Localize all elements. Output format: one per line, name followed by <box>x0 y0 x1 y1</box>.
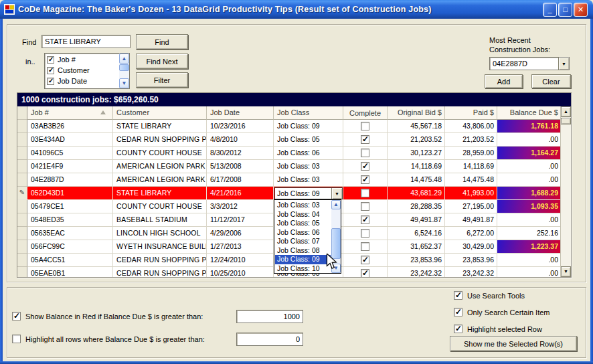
show-selected-rows-button[interactable]: Show me the Selected Row(s) <box>450 336 577 351</box>
tool-checkbox[interactable] <box>454 308 462 316</box>
row-selector[interactable] <box>17 254 27 267</box>
cell-customer: CEDAR RUN SHOPPING PLAZA <box>113 267 207 278</box>
dropdown-item[interactable]: Job Class: 07 <box>275 237 331 246</box>
complete-checkbox[interactable] <box>361 256 369 264</box>
find-input[interactable] <box>41 35 131 48</box>
column-header-customer[interactable]: Customer <box>113 106 207 120</box>
titlebar[interactable]: CoDe Magazine: The Baker's Dozen - 13 Da… <box>0 0 593 19</box>
cell-paid: 49,491.87 <box>445 213 497 227</box>
dropdown-item[interactable]: Job Class: 04 <box>275 210 331 219</box>
show-balance-red-checkbox[interactable] <box>12 312 21 321</box>
maximize-button[interactable]: □ <box>558 3 572 17</box>
row-selector[interactable] <box>17 173 27 187</box>
cell-job-number: 05EAE0B1 <box>27 267 113 278</box>
row-selector[interactable] <box>17 200 27 213</box>
close-button[interactable]: ✕ <box>574 3 588 17</box>
scrollbar-thumb[interactable] <box>119 64 129 71</box>
cell-customer: STATE LIBRARY <box>113 120 207 133</box>
column-header-original-bid[interactable]: Original Bid $ <box>388 106 445 120</box>
tool-option[interactable]: Use Search Tools <box>454 287 550 304</box>
chevron-down-icon[interactable]: ▼ <box>331 188 342 199</box>
scroll-up-icon[interactable]: ▲ <box>561 106 571 117</box>
grid-vertical-scrollbar[interactable]: ▲ ▼ <box>560 106 571 277</box>
search-field-option[interactable]: Job # <box>46 54 118 65</box>
dropdown-item[interactable]: Job Class: 06 <box>275 228 331 238</box>
row-selector[interactable] <box>17 240 27 254</box>
recent-jobs-combo[interactable]: 04E2887D ▼ <box>489 57 570 70</box>
cell-job-number: 0548ED35 <box>27 213 113 227</box>
scroll-down-icon[interactable]: ▼ <box>119 78 129 88</box>
column-header-job-class[interactable]: Job Class <box>274 106 343 120</box>
field-checkbox[interactable] <box>47 56 54 64</box>
row-selector[interactable] <box>17 267 27 278</box>
complete-checkbox[interactable] <box>361 202 369 211</box>
window-border-left <box>0 19 3 364</box>
scrollbar-thumb[interactable] <box>561 118 571 124</box>
job-class-editor-combo[interactable]: Job Class: 09 ▼ <box>274 187 343 199</box>
tool-option[interactable]: Highlight selected Row <box>454 321 550 337</box>
complete-checkbox[interactable] <box>361 242 369 251</box>
complete-checkbox[interactable] <box>361 269 369 278</box>
dropdown-item[interactable]: Job Class: 08 <box>275 246 331 256</box>
complete-checkbox[interactable] <box>361 149 369 157</box>
search-list-scrollbar[interactable]: ▲ ▼ <box>119 54 129 88</box>
complete-checkbox[interactable] <box>361 162 369 171</box>
field-checkbox[interactable] <box>47 78 54 85</box>
tool-checkbox[interactable] <box>454 291 462 300</box>
chevron-down-icon[interactable]: ▼ <box>558 58 569 70</box>
complete-checkbox[interactable] <box>361 135 369 144</box>
cell-paid: 28,959.00 <box>445 147 497 160</box>
tool-checkbox[interactable] <box>454 325 462 333</box>
scroll-down-icon[interactable]: ▼ <box>561 266 571 277</box>
tool-option[interactable]: Only Search Certain Item <box>454 304 550 321</box>
scroll-up-icon[interactable]: ▲ <box>119 54 129 64</box>
row-selector[interactable]: ✎ <box>17 187 27 200</box>
dropdown-item[interactable]: Job Class: 05 <box>275 219 331 228</box>
search-in-list[interactable]: Job #CustomerJob Date ▲ ▼ <box>44 53 130 89</box>
row-selector[interactable] <box>17 147 27 160</box>
dropdown-item[interactable]: Job Class: 10 <box>275 264 331 273</box>
column-header-paid[interactable]: Paid $ <box>445 106 497 120</box>
cell-original-bid: 6,524.16 <box>388 227 445 240</box>
row-selector[interactable] <box>17 213 27 227</box>
row-selector[interactable] <box>17 120 27 133</box>
cell-balance-due: .00 <box>497 133 562 147</box>
cell-complete <box>343 254 388 267</box>
complete-checkbox[interactable] <box>361 189 369 197</box>
dropdown-item[interactable]: Job Class: 09 <box>275 255 331 264</box>
row-selector[interactable] <box>17 227 27 240</box>
complete-checkbox[interactable] <box>361 229 369 238</box>
column-header-job-date[interactable]: Job Date <box>207 106 274 120</box>
complete-checkbox[interactable] <box>361 122 369 130</box>
add-button[interactable]: Add <box>485 74 523 88</box>
table-row[interactable]: 041096C5COUNTY COURT HOUSE8/30/2012Job C… <box>17 147 562 160</box>
table-row[interactable]: 04E2887DAMERICAN LEGION PARK6/17/2008Job… <box>17 173 562 187</box>
cell-balance-due: .00 <box>497 160 562 173</box>
cell-customer: AMERICAN LEGION PARK <box>113 173 207 187</box>
dropdown-item[interactable]: Job Class: 03 <box>275 201 331 210</box>
cell-paid: 43,806.00 <box>445 120 497 133</box>
search-field-option[interactable]: Job Date <box>46 76 118 86</box>
cell-customer: STATE LIBRARY <box>113 187 207 200</box>
table-row[interactable]: 0421E4F9AMERICAN LEGION PARK5/13/2008Job… <box>17 160 562 173</box>
highlight-rows-checkbox[interactable] <box>12 335 21 343</box>
minimize-button[interactable]: _ <box>543 3 557 17</box>
clear-button[interactable]: Clear <box>531 74 571 88</box>
complete-checkbox[interactable] <box>361 175 369 184</box>
scroll-up-icon[interactable]: ▲ <box>331 200 341 209</box>
column-header-job[interactable]: Job # <box>27 106 113 120</box>
red-threshold-input[interactable] <box>236 310 303 323</box>
row-selector[interactable] <box>17 133 27 147</box>
search-field-option[interactable]: Customer <box>46 65 118 76</box>
filter-button[interactable]: Filter <box>136 72 188 88</box>
field-checkbox[interactable] <box>47 67 54 74</box>
find-next-button[interactable]: Find Next <box>136 54 188 69</box>
column-header-complete[interactable]: Complete <box>343 106 388 120</box>
table-row[interactable]: 03E434ADCEDAR RUN SHOPPING PLAZA4/8/2010… <box>17 133 562 147</box>
table-row[interactable]: 03AB3B26STATE LIBRARY10/23/2016Job Class… <box>17 120 562 133</box>
highlight-threshold-input[interactable] <box>236 333 303 346</box>
column-header-balance-due[interactable]: Balance Due $ <box>497 106 562 120</box>
find-button[interactable]: Find <box>136 34 188 50</box>
complete-checkbox[interactable] <box>361 215 369 224</box>
row-selector[interactable] <box>17 160 27 173</box>
